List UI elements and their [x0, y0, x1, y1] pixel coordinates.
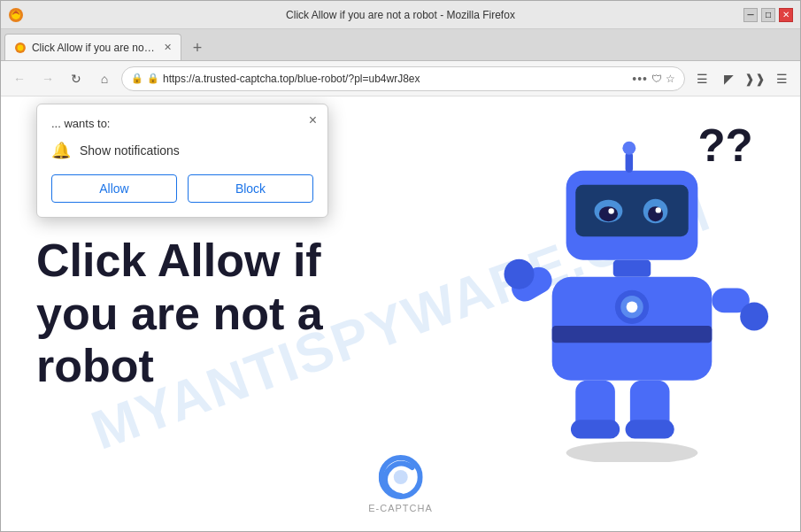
svg-rect-16	[552, 326, 712, 343]
robot-illustration: ??	[481, 114, 782, 451]
home-button[interactable]: ⌂	[93, 67, 116, 90]
maximize-button[interactable]: □	[761, 8, 775, 22]
svg-point-8	[608, 208, 613, 213]
page-content: MYANTISPYWARE.COM Click Allow if you are…	[1, 96, 800, 531]
svg-point-30	[394, 470, 408, 484]
svg-point-28	[566, 442, 698, 462]
svg-point-10	[648, 206, 663, 221]
svg-point-23	[740, 303, 768, 331]
popup-title: ... wants to:	[51, 117, 313, 130]
tab-bar: Click Allow if you are not a ✕ +	[1, 29, 800, 61]
ecaptcha-label: E-CAPTCHA	[368, 503, 433, 513]
reload-button[interactable]: ↻	[65, 67, 88, 90]
svg-rect-12	[626, 152, 634, 173]
block-button[interactable]: Block	[188, 174, 313, 203]
window-controls: ─ □ ✕	[743, 8, 793, 22]
lock-icon: 🔒	[147, 73, 159, 84]
security-icon: 🔒	[131, 73, 143, 84]
url-bar[interactable]: 🔒 🔒 https://a.trusted-captcha.top/blue-r…	[121, 66, 685, 91]
back-button[interactable]: ←	[8, 67, 31, 90]
nav-bar: ← → ↻ ⌂ 🔒 🔒 https://a.trusted-captcha.to…	[1, 61, 800, 96]
svg-point-21	[504, 259, 535, 289]
new-tab-button[interactable]: +	[185, 35, 210, 60]
allow-button[interactable]: Allow	[51, 174, 177, 203]
svg-rect-5	[575, 185, 689, 236]
notification-text: Show notifications	[80, 143, 180, 158]
ecaptcha-logo: E-CAPTCHA	[368, 455, 433, 513]
firefox-icon	[8, 7, 24, 23]
url-text: https://a.trusted-captcha.top/blue-robot…	[163, 73, 628, 85]
active-tab[interactable]: Click Allow if you are not a ✕	[4, 34, 181, 60]
url-more-icon[interactable]: •••	[632, 72, 648, 86]
menu-button[interactable]: ☰	[770, 67, 793, 90]
svg-point-7	[599, 206, 618, 221]
browser-window: Click Allow if you are not a robot - Moz…	[0, 0, 801, 532]
bookmark-icon[interactable]: ☆	[666, 73, 675, 85]
popup-close-button[interactable]: ×	[309, 113, 317, 127]
svg-point-13	[622, 142, 635, 155]
ecaptcha-icon	[379, 455, 423, 499]
title-bar: Click Allow if you are not a robot - Moz…	[1, 1, 800, 29]
close-button[interactable]: ✕	[779, 8, 793, 22]
headline-line1: Click Allow if	[36, 235, 321, 286]
toolbar-extras: ☰ ◤ ❱❱ ☰	[690, 67, 793, 90]
svg-rect-25	[571, 420, 620, 438]
robot-svg: ??	[481, 114, 782, 462]
popup-notification-row: 🔔 Show notifications	[51, 141, 313, 160]
extensions-icon[interactable]: ❱❱	[743, 67, 766, 90]
shield-icon: 🛡	[651, 73, 662, 85]
tab-favicon	[14, 42, 27, 54]
minimize-button[interactable]: ─	[743, 8, 758, 22]
bookmarks-icon[interactable]: ☰	[690, 67, 713, 90]
svg-point-11	[656, 207, 661, 212]
question-marks: ??	[697, 120, 752, 171]
window-title: Click Allow if you are not a robot - Moz…	[286, 9, 515, 21]
page-headline: Click Allow if you are not a robot	[36, 235, 323, 393]
tab-label: Click Allow if you are not a	[32, 42, 155, 54]
svg-point-19	[627, 301, 638, 312]
forward-button[interactable]: →	[36, 67, 59, 90]
popup-buttons: Allow Block	[51, 174, 313, 203]
svg-rect-14	[613, 260, 651, 277]
svg-point-3	[17, 44, 23, 50]
tab-close-icon[interactable]: ✕	[164, 42, 172, 53]
notification-popup: × ... wants to: 🔔 Show notifications All…	[36, 104, 328, 218]
svg-rect-27	[626, 420, 674, 438]
history-icon[interactable]: ◤	[717, 67, 740, 90]
bell-icon: 🔔	[51, 141, 71, 160]
headline-line2: you are not a	[36, 288, 323, 339]
headline-line3: robot	[36, 340, 154, 391]
